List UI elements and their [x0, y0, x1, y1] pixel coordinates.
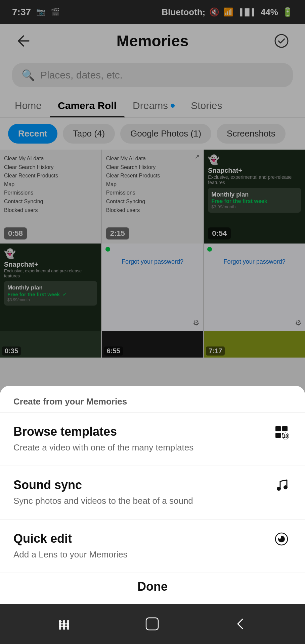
- browse-templates-title: Browse templates: [13, 425, 263, 439]
- quick-edit-item[interactable]: Quick edit Add a Lens to your Memories: [0, 520, 305, 573]
- sheet-header: Create from your Memories: [0, 386, 305, 413]
- svg-rect-4: [275, 433, 281, 438]
- svg-text:10: 10: [283, 433, 288, 439]
- svg-point-9: [284, 485, 288, 489]
- template-icon: 10: [271, 425, 292, 439]
- sound-sync-title: Sound sync: [13, 478, 263, 492]
- svg-rect-2: [275, 426, 281, 431]
- music-icon: [271, 478, 292, 493]
- svg-rect-19: [63, 620, 65, 630]
- browse-templates-text: Browse templates Create a video with one…: [13, 425, 263, 453]
- nav-home-icon[interactable]: [145, 616, 160, 631]
- sound-sync-desc: Sync photos and videos to the beat of a …: [13, 495, 263, 507]
- nav-menu-icon[interactable]: [57, 617, 71, 631]
- svg-point-12: [278, 536, 281, 539]
- bottom-sheet: Create from your Memories Browse templat…: [0, 386, 305, 604]
- done-button[interactable]: Done: [13, 580, 292, 594]
- lens-icon: [271, 532, 292, 546]
- svg-rect-20: [67, 620, 69, 630]
- navigation-bar: [0, 604, 305, 644]
- svg-point-8: [277, 487, 281, 491]
- svg-rect-21: [146, 618, 158, 630]
- quick-edit-desc: Add a Lens to your Memories: [13, 548, 263, 560]
- browse-templates-desc: Create a video with one of the many temp…: [13, 441, 263, 453]
- nav-back-icon[interactable]: [233, 616, 248, 631]
- quick-edit-text: Quick edit Add a Lens to your Memories: [13, 532, 263, 560]
- svg-rect-18: [59, 620, 61, 630]
- sound-sync-item[interactable]: Sound sync Sync photos and videos to the…: [0, 466, 305, 519]
- sound-sync-text: Sound sync Sync photos and videos to the…: [13, 478, 263, 507]
- browse-templates-item[interactable]: Browse templates Create a video with one…: [0, 413, 305, 466]
- done-button-container: Done: [0, 573, 305, 604]
- quick-edit-title: Quick edit: [13, 532, 263, 546]
- svg-rect-3: [282, 426, 288, 431]
